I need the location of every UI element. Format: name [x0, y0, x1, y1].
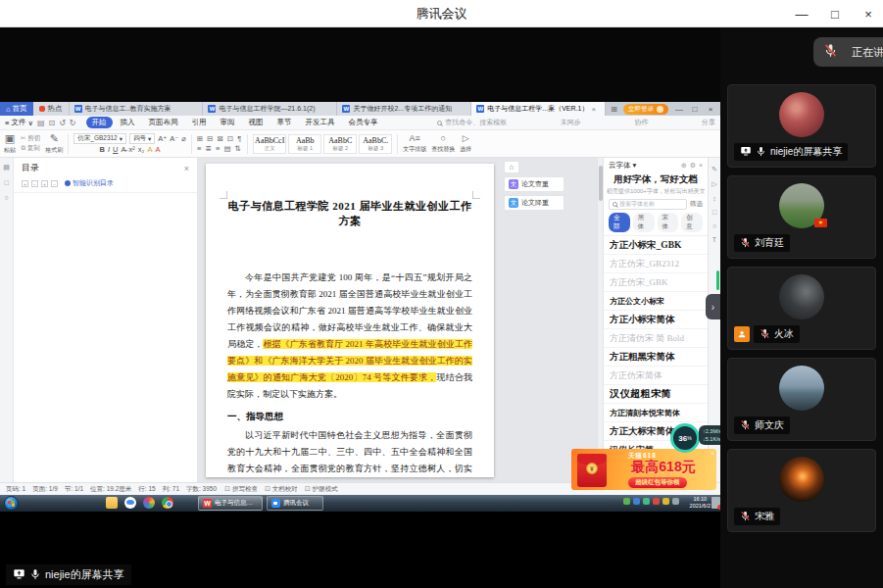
- superscript-button[interactable]: x²: [128, 145, 134, 154]
- font-search-input[interactable]: 搜索字体名称: [609, 199, 687, 210]
- refresh-icon[interactable]: ⊕: [681, 162, 687, 170]
- strikethrough-button[interactable]: A̶: [121, 145, 125, 154]
- wps-restore-button[interactable]: □: [690, 105, 700, 114]
- notification-tray-icon[interactable]: [711, 497, 720, 509]
- style-preset[interactable]: AaBbCcI正文: [253, 134, 286, 154]
- minimize-button[interactable]: —: [795, 7, 809, 22]
- status-toggle-护眼模式[interactable]: ⊡护眼模式: [305, 485, 338, 494]
- grow-font-icon[interactable]: A⁺: [158, 134, 167, 143]
- ribbon-tab-开发工具[interactable]: 开发工具: [300, 117, 341, 128]
- style-preset[interactable]: AaBbC标题 2: [323, 134, 357, 154]
- apps-grid-icon[interactable]: ⊞: [611, 105, 617, 114]
- status-toggle-文档校对[interactable]: ⊡文档校对: [265, 485, 298, 494]
- tray-icon[interactable]: [633, 498, 640, 505]
- font-list-item[interactable]: 方正仿宋_GB2312: [604, 255, 708, 273]
- start-button[interactable]: [4, 496, 19, 511]
- text-tool-icon[interactable]: T: [712, 236, 716, 243]
- bold-button[interactable]: B: [100, 145, 105, 154]
- save-icon[interactable]: ▤: [37, 119, 45, 127]
- font-name-select[interactable]: 仿宋_GB2312▾: [74, 133, 126, 144]
- shrink-font-icon[interactable]: A⁻: [170, 134, 178, 143]
- subscript-button[interactable]: x₂: [138, 145, 145, 154]
- font-list-item[interactable]: 方正仿宋简体: [604, 367, 708, 385]
- font-list-item[interactable]: 方正粗黑宋简体: [604, 348, 708, 367]
- smart-toc-button[interactable]: 智能识别目录: [65, 178, 114, 188]
- participant-tile[interactable]: niejie的屏幕共享: [727, 84, 876, 168]
- document-tab[interactable]: W电子与信息工程学...案（VER.1）×: [471, 102, 606, 116]
- font-list-item[interactable]: 方正仿宋_GBK: [604, 273, 708, 292]
- font-list-item[interactable]: 方正清刻本悦宋简体: [604, 404, 708, 422]
- list-and-indent-icons[interactable]: ⊞ ⊟ ⊠ ⊡ ¶: [197, 134, 243, 143]
- paste-button[interactable]: ▣粘贴: [4, 133, 16, 155]
- login-button[interactable]: 立即登录: [623, 104, 668, 115]
- ribbon-tab-审阅[interactable]: 审阅: [215, 117, 241, 128]
- tool-button-论文降重[interactable]: 文论文降重: [504, 195, 564, 211]
- font-filter-创意[interactable]: 创意: [681, 213, 703, 232]
- tray-icon[interactable]: [623, 498, 630, 505]
- sync-status[interactable]: 未同步: [561, 118, 581, 127]
- find-replace-button[interactable]: ○查找替换: [431, 134, 455, 154]
- participant-tile[interactable]: 师文庆: [727, 358, 876, 441]
- format-painter-button[interactable]: ✎格式刷: [45, 133, 63, 155]
- font-color-button[interactable]: A: [155, 145, 160, 154]
- participant-tile[interactable]: 宋雅: [727, 449, 876, 532]
- wps-hot-tab[interactable]: 热点: [33, 102, 70, 116]
- filter-button[interactable]: 筛选: [690, 200, 703, 209]
- ribbon-tab-会员专享[interactable]: 会员专享: [343, 117, 384, 128]
- toc-collapse-icon[interactable]: −: [31, 180, 38, 187]
- outline-icon[interactable]: ▤: [3, 164, 10, 172]
- ribbon-tab-页面布局[interactable]: 页面布局: [143, 117, 184, 128]
- clear-format-icon[interactable]: ⌀: [181, 134, 186, 143]
- tool-button-论文查重[interactable]: 文论文查重: [504, 176, 564, 192]
- tray-icon[interactable]: [662, 498, 669, 505]
- gear-icon[interactable]: ⚙: [690, 162, 696, 170]
- browser-icon[interactable]: [124, 497, 136, 509]
- toc-level2-icon[interactable]: −: [51, 180, 58, 187]
- print-icon[interactable]: ⊡: [48, 119, 55, 127]
- scrollbar-thumb[interactable]: [599, 166, 603, 201]
- ribbon-tab-开始[interactable]: 开始: [86, 117, 113, 128]
- ribbon-tab-视图[interactable]: 视图: [243, 117, 270, 128]
- home-float-button[interactable]: ⌂: [504, 161, 519, 173]
- font-filter-全部[interactable]: 全部: [609, 213, 630, 232]
- font-list-item[interactable]: 方正清仿宋 简 Bold: [604, 329, 708, 348]
- edit-icon[interactable]: ✎: [711, 166, 717, 173]
- explorer-icon[interactable]: [106, 497, 118, 509]
- style-preset[interactable]: AaBbC.标题 3: [359, 134, 392, 154]
- pages-icon[interactable]: □: [4, 179, 8, 186]
- font-list-item[interactable]: 方正公文小标宋: [604, 292, 708, 311]
- copy-icon[interactable]: ⧉ 复制: [21, 144, 39, 153]
- panel-close-icon[interactable]: ×: [699, 162, 703, 170]
- close-tab-icon[interactable]: ×: [591, 105, 596, 114]
- help-icon[interactable]: ○: [712, 222, 716, 229]
- style-preset[interactable]: AaBb标题 1: [288, 134, 321, 154]
- command-search[interactable]: 查找命令、搜索模板: [437, 118, 507, 127]
- document-tab[interactable]: W电子与信息工..教育实施方案: [70, 102, 204, 116]
- file-menu-button[interactable]: ≡文件∨: [5, 118, 33, 127]
- toc-close-icon[interactable]: ×: [184, 164, 189, 173]
- toc-expand-icon[interactable]: +: [22, 180, 28, 187]
- select-button[interactable]: ▷选择: [460, 134, 471, 154]
- share-button[interactable]: 分享: [702, 118, 715, 127]
- close-button[interactable]: ×: [861, 7, 875, 22]
- tray-icon[interactable]: [643, 498, 650, 505]
- wps-minimize-button[interactable]: —: [674, 105, 684, 114]
- underline-button[interactable]: U: [113, 145, 118, 154]
- ad-cta-button[interactable]: 超级红包等你领: [628, 477, 687, 488]
- ribbon-tab-章节[interactable]: 章节: [271, 117, 298, 128]
- participant-tile[interactable]: ★刘育廷: [727, 175, 876, 259]
- taskbar-clock[interactable]: 16:10 2021/6/2: [690, 496, 711, 510]
- italic-button[interactable]: I: [108, 145, 110, 154]
- taskbar-wps-item[interactable]: W 电子与信息工程学...: [198, 496, 263, 511]
- participant-tile[interactable]: 火冰: [727, 267, 876, 350]
- cut-icon[interactable]: ✂ 剪切: [21, 134, 40, 143]
- ribbon-tab-引用[interactable]: 引用: [186, 117, 213, 128]
- taskbar-meeting-item[interactable]: 腾讯会议: [267, 496, 323, 511]
- font-list-item[interactable]: 汉仪超粗宋简: [604, 385, 708, 404]
- document-tab[interactable]: W电子与信息工程学院—21.6.1(2): [203, 102, 337, 116]
- sort-icon[interactable]: ↕: [712, 195, 716, 202]
- performance-float-ball[interactable]: 36%: [670, 423, 700, 453]
- ad-close-icon[interactable]: ×: [711, 450, 714, 457]
- maximize-button[interactable]: □: [828, 7, 842, 22]
- font-filter-宋体[interactable]: 宋体: [658, 213, 679, 232]
